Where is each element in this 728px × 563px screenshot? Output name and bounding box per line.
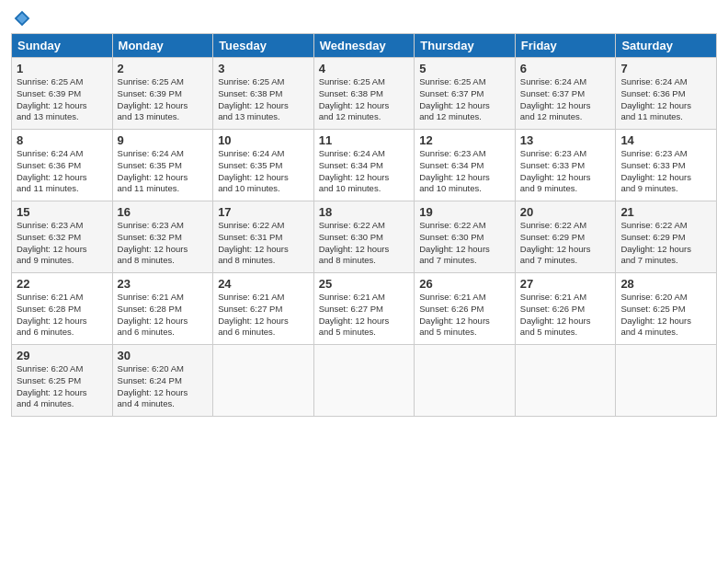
weekday-header-saturday: Saturday bbox=[616, 34, 717, 58]
day-info: Sunrise: 6:23 AM Sunset: 6:33 PM Dayligh… bbox=[620, 148, 711, 195]
calendar-cell: 5Sunrise: 6:25 AM Sunset: 6:37 PM Daylig… bbox=[415, 58, 516, 130]
day-number: 1 bbox=[17, 62, 108, 75]
calendar-cell: 6Sunrise: 6:24 AM Sunset: 6:37 PM Daylig… bbox=[515, 58, 616, 130]
day-info: Sunrise: 6:20 AM Sunset: 6:24 PM Dayligh… bbox=[118, 363, 209, 410]
day-number: 8 bbox=[17, 133, 108, 147]
day-info: Sunrise: 6:24 AM Sunset: 6:35 PM Dayligh… bbox=[118, 148, 209, 195]
day-number: 20 bbox=[520, 205, 611, 219]
day-number: 16 bbox=[118, 205, 209, 219]
day-info: Sunrise: 6:22 AM Sunset: 6:30 PM Dayligh… bbox=[419, 220, 510, 267]
day-info: Sunrise: 6:24 AM Sunset: 6:37 PM Dayligh… bbox=[520, 76, 611, 123]
calendar-cell: 17Sunrise: 6:22 AM Sunset: 6:31 PM Dayli… bbox=[213, 201, 314, 273]
day-info: Sunrise: 6:25 AM Sunset: 6:39 PM Dayligh… bbox=[118, 76, 209, 123]
calendar-cell: 12Sunrise: 6:23 AM Sunset: 6:34 PM Dayli… bbox=[415, 130, 516, 201]
calendar-cell bbox=[415, 345, 516, 417]
day-number: 22 bbox=[17, 277, 108, 291]
week-row-5: 29Sunrise: 6:20 AM Sunset: 6:25 PM Dayli… bbox=[12, 345, 717, 417]
calendar-cell: 22Sunrise: 6:21 AM Sunset: 6:28 PM Dayli… bbox=[12, 273, 113, 345]
day-number: 17 bbox=[218, 205, 309, 219]
day-info: Sunrise: 6:22 AM Sunset: 6:30 PM Dayligh… bbox=[319, 220, 410, 267]
weekday-header-wednesday: Wednesday bbox=[313, 34, 415, 58]
day-number: 7 bbox=[620, 62, 711, 75]
day-number: 28 bbox=[620, 277, 711, 291]
week-row-1: 1Sunrise: 6:25 AM Sunset: 6:39 PM Daylig… bbox=[12, 58, 717, 130]
week-row-4: 22Sunrise: 6:21 AM Sunset: 6:28 PM Dayli… bbox=[12, 273, 717, 345]
day-number: 24 bbox=[218, 277, 309, 291]
day-number: 13 bbox=[520, 133, 611, 147]
day-number: 10 bbox=[218, 133, 309, 147]
day-number: 15 bbox=[17, 205, 108, 219]
day-info: Sunrise: 6:24 AM Sunset: 6:34 PM Dayligh… bbox=[319, 148, 410, 195]
calendar-table: SundayMondayTuesdayWednesdayThursdayFrid… bbox=[11, 33, 717, 417]
day-info: Sunrise: 6:23 AM Sunset: 6:33 PM Dayligh… bbox=[520, 148, 611, 195]
day-number: 2 bbox=[118, 62, 209, 75]
calendar-cell: 14Sunrise: 6:23 AM Sunset: 6:33 PM Dayli… bbox=[616, 130, 717, 201]
calendar-cell: 9Sunrise: 6:24 AM Sunset: 6:35 PM Daylig… bbox=[112, 130, 213, 201]
calendar-cell: 29Sunrise: 6:20 AM Sunset: 6:25 PM Dayli… bbox=[12, 345, 113, 417]
calendar-cell: 16Sunrise: 6:23 AM Sunset: 6:32 PM Dayli… bbox=[112, 201, 213, 273]
logo bbox=[11, 9, 31, 28]
calendar-cell: 2Sunrise: 6:25 AM Sunset: 6:39 PM Daylig… bbox=[112, 58, 213, 130]
day-info: Sunrise: 6:22 AM Sunset: 6:31 PM Dayligh… bbox=[218, 220, 309, 267]
day-number: 18 bbox=[319, 205, 410, 219]
day-number: 19 bbox=[419, 205, 510, 219]
calendar-cell bbox=[313, 345, 415, 417]
day-info: Sunrise: 6:25 AM Sunset: 6:38 PM Dayligh… bbox=[218, 76, 309, 123]
weekday-header-thursday: Thursday bbox=[415, 34, 516, 58]
weekday-header-row: SundayMondayTuesdayWednesdayThursdayFrid… bbox=[12, 34, 717, 58]
day-number: 27 bbox=[520, 277, 611, 291]
weekday-header-tuesday: Tuesday bbox=[213, 34, 314, 58]
calendar-cell: 28Sunrise: 6:20 AM Sunset: 6:25 PM Dayli… bbox=[616, 273, 717, 345]
day-number: 12 bbox=[419, 133, 510, 147]
day-info: Sunrise: 6:23 AM Sunset: 6:32 PM Dayligh… bbox=[17, 220, 108, 267]
day-info: Sunrise: 6:25 AM Sunset: 6:38 PM Dayligh… bbox=[319, 76, 410, 123]
day-number: 25 bbox=[319, 277, 410, 291]
day-number: 23 bbox=[118, 277, 209, 291]
calendar-cell: 13Sunrise: 6:23 AM Sunset: 6:33 PM Dayli… bbox=[515, 130, 616, 201]
calendar-cell: 20Sunrise: 6:22 AM Sunset: 6:29 PM Dayli… bbox=[515, 201, 616, 273]
day-info: Sunrise: 6:24 AM Sunset: 6:35 PM Dayligh… bbox=[218, 148, 309, 195]
day-info: Sunrise: 6:22 AM Sunset: 6:29 PM Dayligh… bbox=[620, 220, 711, 267]
calendar-cell: 4Sunrise: 6:25 AM Sunset: 6:38 PM Daylig… bbox=[313, 58, 415, 130]
calendar-cell: 19Sunrise: 6:22 AM Sunset: 6:30 PM Dayli… bbox=[415, 201, 516, 273]
day-number: 30 bbox=[118, 349, 209, 362]
day-info: Sunrise: 6:21 AM Sunset: 6:28 PM Dayligh… bbox=[118, 292, 209, 339]
calendar-cell: 27Sunrise: 6:21 AM Sunset: 6:26 PM Dayli… bbox=[515, 273, 616, 345]
day-info: Sunrise: 6:21 AM Sunset: 6:26 PM Dayligh… bbox=[419, 292, 510, 339]
calendar-cell: 24Sunrise: 6:21 AM Sunset: 6:27 PM Dayli… bbox=[213, 273, 314, 345]
day-number: 5 bbox=[419, 62, 510, 75]
calendar-cell bbox=[616, 345, 717, 417]
day-info: Sunrise: 6:21 AM Sunset: 6:28 PM Dayligh… bbox=[17, 292, 108, 339]
day-info: Sunrise: 6:24 AM Sunset: 6:36 PM Dayligh… bbox=[17, 148, 108, 195]
day-info: Sunrise: 6:25 AM Sunset: 6:39 PM Dayligh… bbox=[17, 76, 108, 123]
calendar-cell: 21Sunrise: 6:22 AM Sunset: 6:29 PM Dayli… bbox=[616, 201, 717, 273]
weekday-header-monday: Monday bbox=[112, 34, 213, 58]
day-number: 6 bbox=[520, 62, 611, 75]
day-info: Sunrise: 6:21 AM Sunset: 6:27 PM Dayligh… bbox=[319, 292, 410, 339]
logo-icon bbox=[13, 9, 31, 28]
day-number: 26 bbox=[419, 277, 510, 291]
calendar-cell: 30Sunrise: 6:20 AM Sunset: 6:24 PM Dayli… bbox=[112, 345, 213, 417]
day-info: Sunrise: 6:22 AM Sunset: 6:29 PM Dayligh… bbox=[520, 220, 611, 267]
calendar-cell: 15Sunrise: 6:23 AM Sunset: 6:32 PM Dayli… bbox=[12, 201, 113, 273]
weekday-header-sunday: Sunday bbox=[12, 34, 113, 58]
day-info: Sunrise: 6:20 AM Sunset: 6:25 PM Dayligh… bbox=[620, 292, 711, 339]
week-row-3: 15Sunrise: 6:23 AM Sunset: 6:32 PM Dayli… bbox=[12, 201, 717, 273]
calendar-cell: 26Sunrise: 6:21 AM Sunset: 6:26 PM Dayli… bbox=[415, 273, 516, 345]
calendar-cell: 10Sunrise: 6:24 AM Sunset: 6:35 PM Dayli… bbox=[213, 130, 314, 201]
day-number: 14 bbox=[620, 133, 711, 147]
calendar-cell: 25Sunrise: 6:21 AM Sunset: 6:27 PM Dayli… bbox=[313, 273, 415, 345]
calendar-cell bbox=[213, 345, 314, 417]
day-number: 11 bbox=[319, 133, 410, 147]
calendar-cell: 1Sunrise: 6:25 AM Sunset: 6:39 PM Daylig… bbox=[12, 58, 113, 130]
calendar-cell: 18Sunrise: 6:22 AM Sunset: 6:30 PM Dayli… bbox=[313, 201, 415, 273]
day-number: 4 bbox=[319, 62, 410, 75]
day-info: Sunrise: 6:23 AM Sunset: 6:34 PM Dayligh… bbox=[419, 148, 510, 195]
day-number: 21 bbox=[620, 205, 711, 219]
day-number: 29 bbox=[17, 349, 108, 362]
weekday-header-friday: Friday bbox=[515, 34, 616, 58]
calendar-cell: 23Sunrise: 6:21 AM Sunset: 6:28 PM Dayli… bbox=[112, 273, 213, 345]
day-info: Sunrise: 6:21 AM Sunset: 6:27 PM Dayligh… bbox=[218, 292, 309, 339]
day-info: Sunrise: 6:20 AM Sunset: 6:25 PM Dayligh… bbox=[17, 363, 108, 410]
calendar-cell bbox=[515, 345, 616, 417]
